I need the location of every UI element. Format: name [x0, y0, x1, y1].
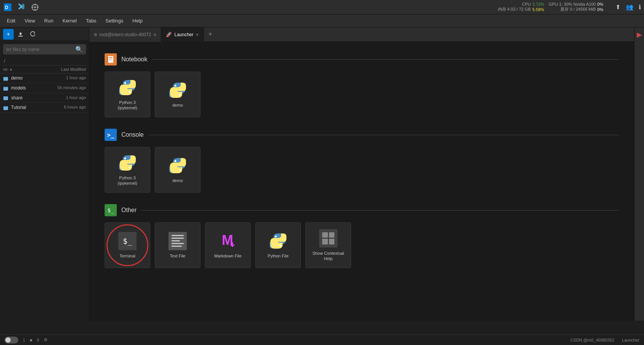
- svg-point-23: [129, 166, 131, 168]
- other-cards-row: $_ Terminal Text File: [105, 222, 619, 268]
- terminal-card[interactable]: $_ Terminal: [105, 222, 150, 268]
- svg-rect-13: [108, 56, 113, 63]
- list-item[interactable]: models 56 minutes ago: [0, 83, 89, 93]
- console-section-header: >_ Console: [105, 129, 619, 141]
- system-stats: CPU 3.72% 内存 4.02 / 72 GB 5.58% GPU-1: 3…: [498, 2, 641, 12]
- cpu-stat: CPU 3.72% 内存 4.02 / 72 GB 5.58%: [498, 2, 544, 12]
- refresh-button[interactable]: [27, 29, 38, 40]
- notebook-section-icon: [105, 53, 117, 65]
- top-right-icons: ⬆ 👥 ℹ: [615, 3, 641, 11]
- svg-point-21: [179, 94, 181, 96]
- status-bar: 1 ■ 0 ⚙ CSDN @m0_46680352 Launcher: [0, 334, 644, 345]
- svg-rect-8: [18, 36, 23, 37]
- path-bar: /: [0, 58, 89, 65]
- help-card[interactable]: Show Contextual Help: [305, 222, 351, 268]
- status-number1: 1: [23, 338, 25, 342]
- file-name: Tutorial: [3, 105, 44, 110]
- app-icon[interactable]: D: [3, 3, 12, 12]
- help-card-label: Show Contextual Help: [310, 251, 346, 262]
- system-bar-left: D: [3, 3, 40, 12]
- python3-console-card[interactable]: Python 3(ipykernel): [105, 147, 150, 193]
- console-section: >_ Console: [105, 129, 619, 193]
- svg-point-27: [275, 235, 277, 237]
- sidebar-toolbar: +: [0, 27, 89, 41]
- compass-icon[interactable]: [30, 3, 40, 12]
- upload-button[interactable]: [15, 29, 26, 40]
- status-gear-icon: ⚙: [44, 337, 48, 342]
- terminal-tab-label: root@intern-studio-40072: [99, 32, 151, 37]
- textfile-icon: [169, 232, 187, 250]
- launcher-tab-close[interactable]: ×: [196, 32, 199, 38]
- launcher-content: Notebook Python 3(ipyker: [89, 42, 634, 321]
- python3-console-label: Python 3(ipykernel): [118, 175, 137, 186]
- list-item[interactable]: share 1 hour ago: [0, 93, 89, 103]
- status-square-icon: ■: [30, 338, 32, 342]
- console-divider: [148, 135, 619, 135]
- info-circle-icon[interactable]: ℹ: [639, 3, 641, 11]
- right-sidebar-marker[interactable]: ▶: [637, 30, 642, 39]
- python3-notebook-label: Python 3(ipykernel): [118, 100, 137, 111]
- launcher-tab[interactable]: 🚀 Launcher ×: [161, 27, 204, 42]
- menu-settings[interactable]: Settings: [102, 16, 127, 25]
- file-name: models: [3, 85, 44, 91]
- tab-bar: root@intern-studio-40072 × 🚀 Launcher × …: [89, 27, 634, 42]
- svg-rect-16: [109, 60, 112, 60]
- menu-help[interactable]: Help: [129, 16, 146, 25]
- terminal-tab-close[interactable]: ×: [153, 32, 156, 38]
- python-icon: [118, 78, 137, 97]
- launcher-tab-icon: 🚀: [166, 32, 172, 37]
- other-section: $_ Other $_ Terminal: [105, 204, 619, 268]
- svg-point-3: [34, 6, 36, 8]
- help-icon: [319, 229, 337, 248]
- notebook-section-title: Notebook: [121, 56, 148, 63]
- terminal-tab[interactable]: root@intern-studio-40072 ×: [89, 27, 161, 42]
- svg-rect-14: [109, 57, 113, 58]
- menu-view[interactable]: View: [21, 16, 39, 25]
- svg-point-24: [175, 160, 177, 162]
- demo-notebook-card[interactable]: demo: [155, 72, 200, 117]
- people-icon[interactable]: 👥: [626, 3, 633, 11]
- file-name: share: [3, 95, 44, 101]
- terminal-card-label: Terminal: [119, 253, 135, 259]
- sidebar: + 🔍 / ne: [0, 27, 89, 321]
- other-section-icon: $_: [105, 204, 117, 216]
- svg-point-22: [124, 157, 126, 159]
- demo-console-label: demo: [172, 178, 183, 183]
- add-tab-button[interactable]: +: [204, 30, 217, 38]
- file-list-header: ne ▲ Last Modified: [0, 65, 89, 73]
- svg-point-28: [280, 244, 281, 246]
- text-file-card[interactable]: Text File: [155, 222, 200, 268]
- terminal-tab-dot: [94, 33, 97, 36]
- search-input[interactable]: [6, 47, 73, 52]
- svg-point-18: [124, 82, 126, 84]
- upload-cloud-icon[interactable]: ⬆: [615, 3, 620, 11]
- terminal-icon: $_: [118, 232, 137, 250]
- text-file-label: Text File: [170, 253, 186, 259]
- main-layout: + 🔍 / ne: [0, 27, 644, 321]
- menu-edit[interactable]: Edit: [3, 16, 19, 25]
- markdown-file-card[interactable]: M Markdown File: [205, 222, 251, 268]
- menu-kernel[interactable]: Kernel: [59, 16, 81, 25]
- python-file-card[interactable]: Python File: [255, 222, 301, 268]
- right-sidebar: ▶: [634, 27, 644, 321]
- python-file-icon: [269, 232, 287, 250]
- python3-notebook-card[interactable]: Python 3(ipykernel): [105, 72, 150, 117]
- console-section-title: Console: [121, 131, 144, 138]
- new-launcher-button[interactable]: +: [3, 29, 14, 40]
- col-name-header[interactable]: ne ▲: [3, 67, 44, 72]
- markdown-file-label: Markdown File: [214, 253, 242, 259]
- vscode-icon[interactable]: [17, 3, 26, 12]
- python-file-label: Python File: [267, 253, 288, 259]
- list-item[interactable]: demo 1 hour ago: [0, 73, 89, 83]
- list-item[interactable]: Tutorial 6 hours ago: [0, 103, 89, 113]
- console-section-icon: >_: [105, 129, 117, 141]
- notebook-section-header: Notebook: [105, 53, 619, 65]
- demo-console-card[interactable]: demo: [155, 147, 200, 193]
- demo-console-icon: [169, 157, 187, 175]
- other-divider: [141, 210, 619, 211]
- status-launcher: Launcher: [622, 338, 639, 342]
- status-toggle[interactable]: [5, 337, 18, 343]
- menu-run[interactable]: Run: [40, 16, 57, 25]
- console-cards-row: Python 3(ipykernel) demo: [105, 147, 619, 193]
- menu-tabs[interactable]: Tabs: [82, 16, 100, 25]
